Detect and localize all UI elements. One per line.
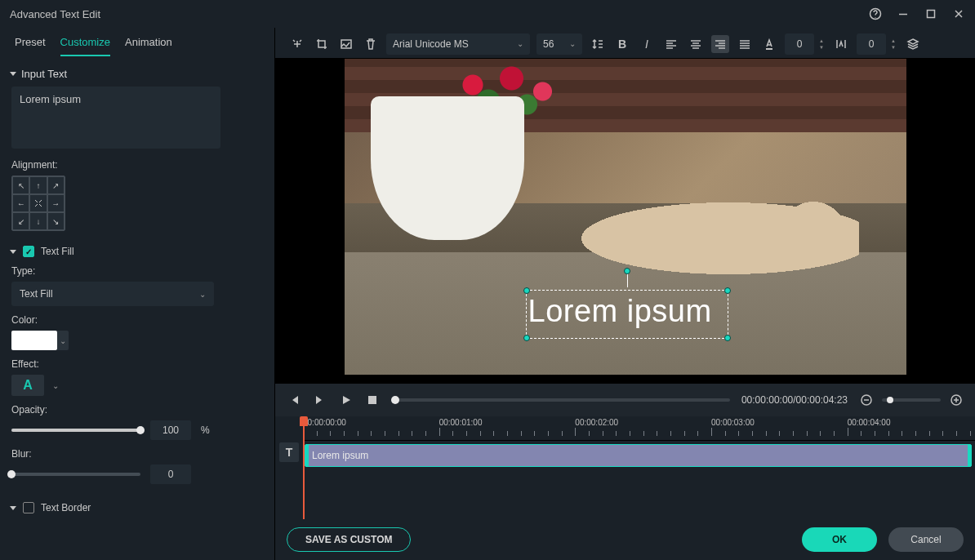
text-overlay-box[interactable]: Lorem ipsum [526,290,728,339]
caret-down-icon [10,72,16,76]
footer: SAVE AS CUSTOM OK Cancel [275,519,975,560]
align-bottom-left[interactable]: ↙ [12,212,29,230]
color-swatch[interactable] [11,331,57,350]
spin-down[interactable]: ▼ [817,45,826,50]
font-size: 56 [543,38,554,50]
svg-rect-3 [766,48,772,50]
clip-handle-left[interactable] [305,445,309,466]
sidebar: Preset Customize Animation Input Text Al… [0,28,275,560]
align-left-icon[interactable] [662,35,680,53]
cancel-button[interactable]: Cancel [888,527,964,552]
toolbar: Arial Unicode MS ⌄ 56 ⌄ B I ▲▼ ▲▼ [275,29,975,59]
overlay-text[interactable]: Lorem ipsum [527,291,728,332]
font-size-select[interactable]: 56 ⌄ [536,33,582,55]
char-spacing-input[interactable] [785,33,814,55]
layers-icon[interactable] [904,35,922,53]
tab-preset[interactable]: Preset [15,36,46,56]
clip-label: Lorem ipsum [312,450,368,461]
align-right-icon[interactable] [711,35,729,53]
text-fill-checkbox[interactable] [23,246,34,257]
tab-animation[interactable]: Animation [125,36,172,56]
crop-text-icon[interactable] [288,35,306,53]
image-icon[interactable] [337,35,355,53]
bg-pot [371,96,524,240]
align-center-icon[interactable] [687,35,705,53]
line-spacing: ▲▼ [857,33,897,55]
bold-icon[interactable]: B [613,35,631,53]
chevron-down-icon[interactable]: ⌄ [52,381,59,390]
delete-icon[interactable] [362,35,380,53]
step-forward-icon[interactable] [313,393,327,407]
step-back-icon[interactable] [287,393,301,407]
close-icon[interactable] [952,7,965,20]
section-input-text[interactable]: Input Text [10,61,274,87]
zoom-out-icon[interactable] [859,393,874,407]
opacity-slider[interactable] [11,429,140,432]
type-label: Type: [11,265,274,277]
preview-canvas[interactable]: Lorem ipsum [345,59,906,375]
align-bottom[interactable]: ↓ [29,212,47,230]
align-center[interactable] [29,194,47,212]
timecode: 00:00:00:00/00:00:04:23 [741,394,848,406]
bg-cat [532,198,859,279]
handle-bottom-right[interactable] [724,335,731,341]
clip-handle-right[interactable] [968,445,971,466]
chevron-down-icon: ⌄ [517,39,523,48]
align-justify-icon[interactable] [736,35,754,53]
line-spacing-input[interactable] [857,33,886,55]
blur-input[interactable] [150,464,191,484]
zoom-slider[interactable] [882,398,941,402]
text-fill-heading: Text Fill [41,246,74,257]
handle-bottom-left[interactable] [523,335,530,341]
handle-top-right[interactable] [724,287,731,294]
timeline: T 00:00:00:0000:00:01:0000:00:02:0000:00… [275,416,975,519]
align-left[interactable]: ← [12,194,29,212]
tab-customize[interactable]: Customize [60,36,110,56]
type-dropdown[interactable]: Text Fill ⌄ [11,282,214,306]
text-track-icon[interactable]: T [279,442,299,462]
handle-top-left[interactable] [523,287,530,294]
titlebar: Advanced Text Edit [0,0,975,28]
blur-slider[interactable] [11,473,140,476]
zoom-in-icon[interactable] [949,393,964,407]
align-bottom-right[interactable]: ↘ [47,212,65,230]
seek-slider[interactable] [391,398,730,402]
spin-up[interactable]: ▲ [817,38,826,43]
align-top[interactable]: ↑ [29,176,47,194]
align-top-right[interactable]: ↗ [47,176,65,194]
color-dropdown[interactable]: ⌄ [57,331,69,350]
rotate-handle[interactable] [624,268,630,274]
alignment-grid: ↖ ↑ ↗ ← → ↙ ↓ ↘ [11,176,65,231]
align-right[interactable]: → [47,194,65,212]
stop-icon[interactable] [365,393,380,407]
font-select[interactable]: Arial Unicode MS ⌄ [386,33,530,55]
timeline-body[interactable]: 00:00:00:0000:00:01:0000:00:02:0000:00:0… [303,416,975,519]
effect-preview[interactable]: A [11,375,44,396]
letter-spacing-icon[interactable] [832,35,850,53]
text-border-checkbox[interactable] [23,502,34,513]
spin-up[interactable]: ▲ [889,38,897,43]
content-area: Arial Unicode MS ⌄ 56 ⌄ B I ▲▼ ▲▼ [275,28,975,560]
timeline-ruler[interactable]: 00:00:00:0000:00:01:0000:00:02:0000:00:0… [303,416,975,441]
help-icon[interactable] [869,7,882,20]
play-icon[interactable] [339,393,354,407]
minimize-icon[interactable] [897,7,910,20]
text-color-icon[interactable] [760,35,778,53]
sidebar-tabs: Preset Customize Animation [0,28,274,56]
align-top-left[interactable]: ↖ [12,176,29,194]
preview-canvas-area: Lorem ipsum [275,59,975,384]
crop-icon[interactable] [313,35,331,53]
chevron-down-icon: ⌄ [199,290,206,299]
chevron-down-icon: ⌄ [569,39,576,48]
line-height-icon[interactable] [589,35,607,53]
spin-down[interactable]: ▼ [889,45,897,50]
input-text-field[interactable] [11,87,220,149]
ok-button[interactable]: OK [802,527,877,552]
opacity-label: Opacity: [11,404,274,416]
opacity-input[interactable] [150,420,191,440]
italic-icon[interactable]: I [638,35,656,53]
maximize-icon[interactable] [924,7,937,20]
timeline-clip[interactable]: Lorem ipsum [305,444,972,467]
playhead[interactable] [303,416,305,519]
save-as-custom-button[interactable]: SAVE AS CUSTOM [287,527,411,552]
